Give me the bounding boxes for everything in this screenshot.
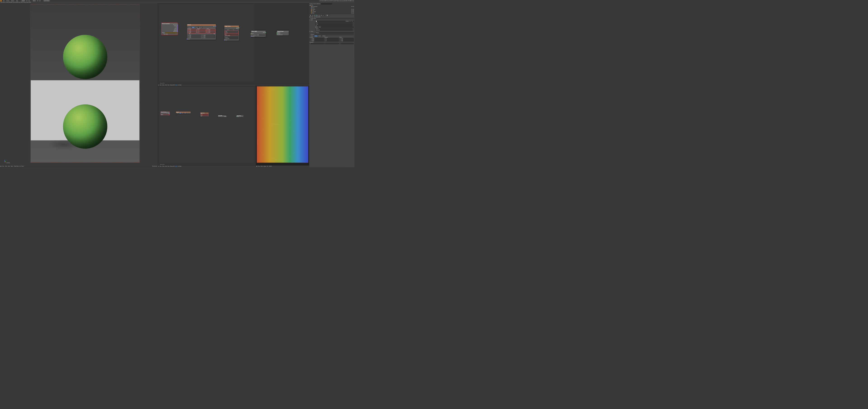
image-editor-header: ▦ View Select Image UVs Untitled [256,165,309,167]
material-name-label: Material.002 [160,83,164,84]
node-diffuse-bsdf[interactable]: Diffuse BSDF BSDF Color Roughness: 0.000… [251,31,266,37]
engine-selector[interactable]: Cycles Render [43,0,50,2]
3d-menu-select[interactable]: Select [5,166,7,167]
3d-viewport[interactable]: (1) Cube ▦ View Select Add Object Object… [0,3,158,167]
node-mapping[interactable]: Mapping Vector TexturePointVectorNormal … [187,24,216,40]
3d-view-header: ▦ View Select Add Object Object Mode ◉ G… [0,166,158,167]
mode-selector[interactable]: Object Mode [14,166,19,167]
top-menu-bar: File Render Window Help Default ＋ ✕ Scen… [0,0,354,2]
node-texture-coordinate[interactable]: Texture Coordinate GeneratedNormalUVObje… [161,23,178,35]
node-editor-header-bottom: ◈ View Select Add Node Material.001 Use … [158,165,256,167]
editor-type-icon[interactable]: ▦ [0,166,1,167]
node-material-output[interactable]: Material Output Surface Volume Displacem… [277,31,289,35]
blender-icon [0,0,2,2]
3d-menu-object[interactable]: Object [11,166,13,167]
node-editor-bottom[interactable]: Texture CoordinateGeneratedUVObject: Map… [158,86,256,165]
node-image-texture[interactable]: Image Texture Color Alpha Unti3F Color L… [224,26,239,41]
axis-gizmo [3,159,6,162]
outliner-item[interactable]: Plane👁▸📷 [310,12,354,14]
version-info: v2.79 | Verts:3,080 | Faces:3,073 | Tris… [319,0,354,1]
use-nodes-checkbox[interactable] [176,85,177,86]
render-result [31,4,140,163]
layout-del-icon[interactable]: ✕ [29,0,30,1]
renderlayer-selector[interactable]: RenderLayer [152,166,157,167]
properties-panel[interactable]: ▦📷🖼🌍◧▧▤◬⬡▨✦ ◧Cube›◉Material.002 ▾ Image … [309,14,354,167]
menu-file[interactable]: File [2,0,5,1]
3d-menu-view[interactable]: View [2,166,4,167]
orientation-selector[interactable]: Global [21,166,24,167]
outliner-search-input[interactable] [321,3,332,4]
image-selector[interactable]: Untitled [269,166,272,167]
properties-tabs[interactable]: ▦📷🖼🌍◧▧▤◬⬡▨✦ [310,14,354,16]
3d-menu-add[interactable]: Add [8,166,10,167]
node-editor-top[interactable]: Texture Coordinate GeneratedNormalUVObje… [158,3,256,84]
layout-selector[interactable]: Default [21,0,25,2]
material-name-label-2: Material.001 [160,164,164,165]
panel-mapping[interactable]: ▾ Mapping [310,34,354,35]
shading-icon[interactable]: ◉ [20,166,20,167]
outliner[interactable]: ☰ View Search All Scenes SceneRenderLaye… [309,3,354,14]
menu-help[interactable]: Help [16,0,18,1]
panel-image-texture[interactable]: ▾ Image Texture [310,18,354,20]
layout-add-icon[interactable]: ＋ [26,0,27,1]
scene-del-icon[interactable]: ✕ [39,0,40,1]
menu-render[interactable]: Render [6,0,10,1]
scene-selector[interactable]: Scene [32,0,36,2]
editor-type-icon[interactable]: ◈ [158,85,159,86]
uv-image-editor[interactable] [256,86,309,165]
material-selector[interactable]: Material.002 [170,85,175,86]
scene-add-icon[interactable]: ＋ [37,0,38,1]
menu-window[interactable]: Window [11,0,15,1]
texture-tab-icon: ▨ [327,14,328,16]
object-name-label: (1) Cube [6,163,10,163]
